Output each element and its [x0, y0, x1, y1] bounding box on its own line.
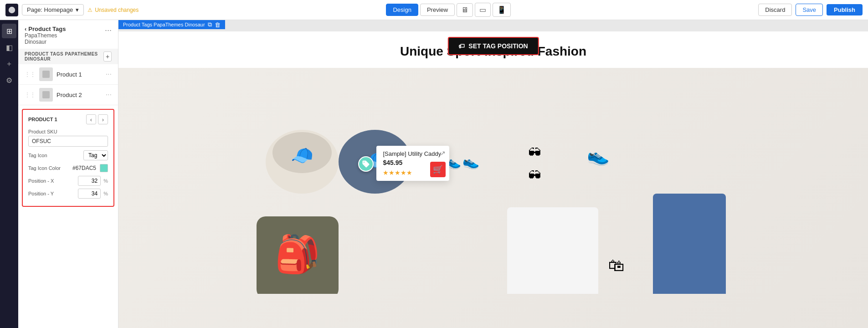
external-link-icon[interactable]: ↗ [440, 149, 446, 157]
svg-text:🛍: 🛍 [608, 256, 625, 275]
list-item[interactable]: ⋮⋮ Product 2 ··· [18, 85, 118, 105]
svg-rect-2 [42, 91, 50, 98]
design-button[interactable]: Design [386, 4, 418, 16]
pos-x-unit: % [103, 178, 108, 184]
prev-arrow-button[interactable]: ‹ [86, 114, 96, 124]
canvas-section-label-text: Product Tags PapaThemes Dinosaur [123, 22, 205, 27]
topbar-right: Discard Save Publish [758, 4, 863, 16]
color-swatch[interactable] [100, 164, 108, 172]
preview-button[interactable]: Preview [420, 4, 455, 16]
publish-button[interactable]: Publish [827, 4, 863, 15]
discard-button[interactable]: Discard [758, 4, 792, 16]
pos-y-input[interactable] [78, 189, 101, 199]
drag-handle-icon: ⋮⋮ [25, 92, 36, 98]
svg-text:👟: 👟 [587, 144, 610, 166]
sidebar-more-button[interactable]: ··· [105, 26, 112, 35]
svg-point-18 [364, 162, 365, 163]
tag-color-label: Tag Icon Color [28, 165, 69, 171]
svg-text:🧢: 🧢 [291, 144, 313, 166]
svg-text:🕶: 🕶 [528, 169, 541, 183]
save-button[interactable]: Save [796, 4, 823, 16]
back-arrow-icon: ‹ [25, 26, 26, 32]
position-y-row: Position - Y % [28, 189, 108, 199]
back-button[interactable]: ‹ Product Tags [25, 26, 66, 32]
sku-label: Product SKU [28, 129, 108, 134]
position-x-row: Position - X % [28, 176, 108, 186]
unsaved-badge: ⚠ Unsaved changes [87, 7, 139, 13]
drag-handle-icon: ⋮⋮ [25, 71, 36, 77]
item-1-thumb [39, 67, 53, 81]
item-1-label: Product 1 [56, 71, 102, 78]
tag-icon-select[interactable]: Tag [83, 150, 108, 160]
set-tag-label: SET TAG POSITION [468, 42, 528, 50]
tablet-icon[interactable]: ▭ [475, 3, 491, 17]
popup-product-name: [Sample] Utility Caddy [383, 150, 443, 157]
unsaved-label: Unsaved changes [95, 7, 139, 13]
tag-color-field: Tag Icon Color #67DAC5 [28, 164, 108, 172]
product-panel-header: PRODUCT 1 ‹ › [28, 114, 108, 124]
tag-color-hex: #67DAC5 [72, 165, 96, 171]
warning-icon: ⚠ [87, 7, 92, 13]
topbar-left: Page: Homepage ▾ ⚠ Unsaved changes [5, 4, 139, 16]
page-selector-label: Page: Homepage [27, 6, 73, 13]
fashion-image: 🧢 🧢 👟 👟 🕶 🕶 👟 🎒 [243, 102, 744, 294]
section-header: PRODUCT TAGS PAPATHEMES DINOSAUR + [18, 49, 118, 64]
topbar: Page: Homepage ▾ ⚠ Unsaved changes Desig… [0, 0, 868, 20]
main: ⊞ ◧ ＋ ⚙ ‹ Product Tags PapaThemes Dinosa… [0, 20, 868, 328]
mobile-icon[interactable]: 📱 [493, 3, 511, 17]
pos-x-input[interactable] [78, 176, 101, 186]
tag-icon-field: Tag Icon Tag [28, 150, 108, 160]
icon-bar-home[interactable]: ⊞ [2, 24, 16, 38]
sidebar-header: ‹ Product Tags PapaThemes Dinosaur ··· [18, 20, 118, 49]
sku-field-row: Product SKU [28, 129, 108, 147]
add-item-button[interactable]: + [103, 51, 112, 62]
svg-rect-1 [42, 71, 50, 78]
product-detail-panel: PRODUCT 1 ‹ › Product SKU Tag Icon Tag T… [22, 109, 114, 207]
page-selector[interactable]: Page: Homepage ▾ [22, 4, 84, 15]
canvas-area: Product Tags PapaThemes Dinosaur ⧉ 🗑 Uni… [118, 20, 868, 328]
sku-input[interactable] [28, 136, 108, 147]
svg-text:🎒: 🎒 [275, 232, 320, 276]
sidebar-header-left: ‹ Product Tags PapaThemes Dinosaur [25, 26, 66, 45]
copy-icon[interactable]: ⧉ [208, 21, 212, 28]
delete-icon[interactable]: 🗑 [215, 21, 221, 28]
sidebar-subtitle-line1: PapaThemes [25, 32, 66, 39]
svg-rect-16 [653, 194, 726, 294]
svg-text:👟: 👟 [462, 154, 479, 170]
next-arrow-button[interactable]: › [98, 114, 108, 124]
canvas-inner: Unique Sport-Inspired Fashion 🏷 SET TAG … [118, 31, 868, 328]
icon-bar-add[interactable]: ＋ [2, 56, 16, 71]
svg-point-0 [9, 6, 15, 13]
topbar-center: Design Preview 🖥 ▭ 📱 [144, 3, 753, 17]
item-2-label: Product 2 [56, 92, 102, 98]
pos-y-unit: % [103, 191, 108, 196]
pos-x-label: Position - X [28, 178, 75, 184]
sidebar-subtitle-line2: Dinosaur [25, 39, 66, 45]
product-popup: ↗ [Sample] Utility Caddy $45.95 ★★★★★ 🛒 [376, 146, 449, 181]
set-tag-position-button[interactable]: 🏷 SET TAG POSITION [447, 37, 539, 55]
item-2-thumb [39, 88, 53, 102]
sidebar: ‹ Product Tags PapaThemes Dinosaur ··· P… [18, 20, 118, 328]
canvas-section-label: Product Tags PapaThemes Dinosaur ⧉ 🗑 [118, 20, 225, 29]
tag-label-icon: 🏷 [458, 42, 465, 50]
product-panel-title: PRODUCT 1 [28, 117, 57, 122]
list-item[interactable]: ⋮⋮ Product 1 ··· [18, 64, 118, 85]
chevron-down-icon: ▾ [76, 6, 79, 13]
nav-arrows: ‹ › [86, 114, 108, 124]
tag-icon [362, 160, 370, 168]
item-1-more-button[interactable]: ··· [106, 70, 112, 78]
svg-rect-15 [507, 207, 598, 294]
icon-bar-layers[interactable]: ◧ [2, 40, 16, 55]
item-2-more-button[interactable]: ··· [106, 91, 112, 99]
svg-text:🕶: 🕶 [528, 146, 541, 160]
pos-y-label: Position - Y [28, 191, 75, 196]
section-label: PRODUCT TAGS PAPATHEMES DINOSAUR [25, 51, 103, 62]
add-to-cart-button[interactable]: 🛒 [430, 162, 446, 177]
icon-bar-settings[interactable]: ⚙ [2, 73, 16, 87]
tag-icon-label: Tag Icon [28, 153, 80, 158]
fashion-grid: 🧢 🧢 👟 👟 🕶 🕶 👟 🎒 [118, 68, 868, 328]
desktop-icon[interactable]: 🖥 [457, 3, 473, 17]
logo-icon[interactable] [5, 4, 18, 16]
back-label: Product Tags [28, 26, 66, 32]
icon-bar: ⊞ ◧ ＋ ⚙ [0, 20, 18, 328]
